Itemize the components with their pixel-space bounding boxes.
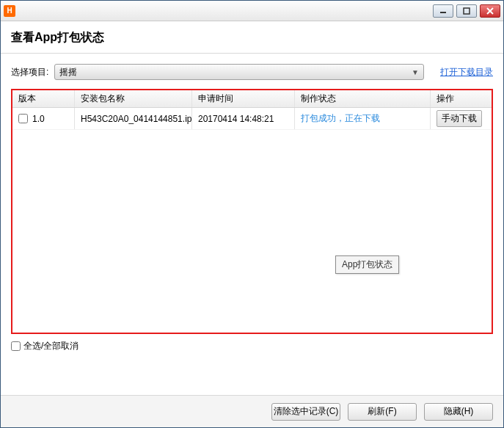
select-all-row: 全选/全部取消 [11,340,493,352]
maximize-button[interactable] [456,4,477,18]
cell-time: 20170414 14:48:21 [192,108,295,129]
footer: 清除选中记录(C) 刷新(F) 隐藏(H) [1,395,503,427]
manual-download-button[interactable]: 手动下载 [437,110,482,127]
status-table: 版本 安装包名称 申请时间 制作状态 操作 1.0 H543C20A0_0414… [11,89,493,334]
close-button[interactable] [480,4,500,18]
project-select-value: 摇摇 [59,66,77,79]
minimize-button[interactable] [433,4,453,18]
app-icon: H [4,5,15,17]
select-all-label: 全选/全部取消 [23,340,78,352]
page-header: 查看App打包状态 [1,21,503,54]
col-header-version: 版本 [12,90,75,107]
content-area: 选择项目: 摇摇 ▼ 打开下载目录 版本 安装包名称 申请时间 制作状态 操作 … [1,54,503,352]
minimize-icon [439,7,447,15]
select-all-checkbox[interactable] [11,341,21,351]
tooltip: App打包状态 [335,255,399,274]
table-row: 1.0 H543C20A0_0414144851.ipa 20170414 14… [12,108,492,130]
clear-selected-button[interactable]: 清除选中记录(C) [271,403,340,421]
maximize-icon [463,7,470,15]
refresh-button[interactable]: 刷新(F) [348,403,417,421]
col-header-state: 制作状态 [295,90,431,107]
chevron-down-icon: ▼ [412,68,419,76]
cell-version: 1.0 [32,114,45,124]
project-select[interactable]: 摇摇 ▼ [54,64,424,80]
col-header-time: 申请时间 [192,90,295,107]
col-header-op: 操作 [431,90,492,107]
open-download-dir-link[interactable]: 打开下载目录 [440,66,493,79]
col-header-package: 安装包名称 [75,90,192,107]
page-title: 查看App打包状态 [11,30,493,46]
window-controls [433,4,500,18]
app-window: H 查看App打包状态 选择项目: 摇摇 ▼ 打开下载目录 [0,0,504,428]
cell-state: 打包成功，正在下载 [301,112,380,125]
close-icon [486,7,494,15]
project-label: 选择项目: [11,66,48,79]
table-header: 版本 安装包名称 申请时间 制作状态 操作 [12,90,492,108]
hide-button[interactable]: 隐藏(H) [424,403,493,421]
row-checkbox[interactable] [18,114,28,123]
titlebar: H [1,1,503,21]
cell-package: H543C20A0_0414144851.ipa [75,108,192,129]
svg-rect-1 [464,8,470,14]
project-row: 选择项目: 摇摇 ▼ 打开下载目录 [11,64,493,80]
